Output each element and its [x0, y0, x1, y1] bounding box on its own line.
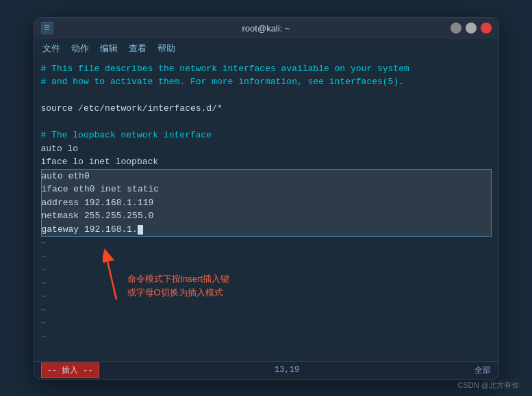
menu-view[interactable]: 查看 [129, 42, 147, 55]
menu-help[interactable]: 帮助 [157, 42, 175, 55]
line-1: # This file describes the network interf… [41, 62, 492, 76]
minimize-button[interactable] [451, 23, 461, 34]
line-5 [41, 116, 492, 129]
menu-file[interactable]: 文件 [42, 42, 60, 55]
tilde-4: ~ [41, 277, 492, 291]
window-title: root@kali: ~ [242, 23, 290, 34]
line-address: address 192.168.1.119 [42, 196, 491, 210]
highlighted-section: auto eth0 iface eth0 inet static address… [41, 169, 492, 237]
close-button[interactable] [481, 23, 492, 34]
titlebar-left: ☰ [41, 22, 53, 34]
line-2: # and how to activate them. For more inf… [41, 75, 492, 89]
tilde-8: ~ [41, 330, 492, 344]
tilde-7: ~ [41, 317, 492, 330]
tilde-6: ~ [41, 304, 492, 317]
line-6: # The loopback network interface [41, 129, 492, 142]
tilde-1: ~ [41, 237, 492, 250]
tilde-3: ~ [41, 263, 492, 277]
line-eth0-auto: auto eth0 [42, 170, 491, 183]
menu-edit[interactable]: 编辑 [100, 42, 118, 55]
titlebar-buttons [451, 23, 492, 34]
menubar: 文件 动作 编辑 查看 帮助 [34, 40, 498, 58]
maximize-button[interactable] [466, 23, 477, 34]
status-mode: -- 插入 -- [41, 362, 99, 378]
tilde-2: ~ [41, 250, 492, 264]
statusbar: -- 插入 -- 13,19 全部 [34, 361, 498, 379]
line-netmask: netmask 255.255.255.0 [42, 209, 491, 223]
terminal-window: ☰ root@kali: ~ 文件 动作 编辑 查看 帮助 # This fil… [34, 17, 499, 380]
line-8: iface lo inet loopback [41, 155, 492, 169]
titlebar: ☰ root@kali: ~ [34, 18, 498, 40]
cursor [138, 225, 143, 235]
watermark: CSDN @北方有你. [458, 380, 521, 391]
status-scroll: 全部 [474, 365, 491, 376]
line-3 [41, 89, 492, 103]
menu-action[interactable]: 动作 [71, 42, 89, 55]
tilde-5: ~ [41, 290, 492, 304]
line-4: source /etc/network/interfaces.d/* [41, 102, 492, 116]
line-gateway: gateway 192.168.1. [42, 223, 491, 237]
status-position: 13,19 [275, 365, 299, 375]
line-7: auto lo [41, 142, 492, 156]
line-eth0-iface: iface eth0 inet static [42, 183, 491, 196]
window-icon: ☰ [41, 22, 53, 34]
terminal-content[interactable]: # This file describes the network interf… [34, 58, 498, 361]
